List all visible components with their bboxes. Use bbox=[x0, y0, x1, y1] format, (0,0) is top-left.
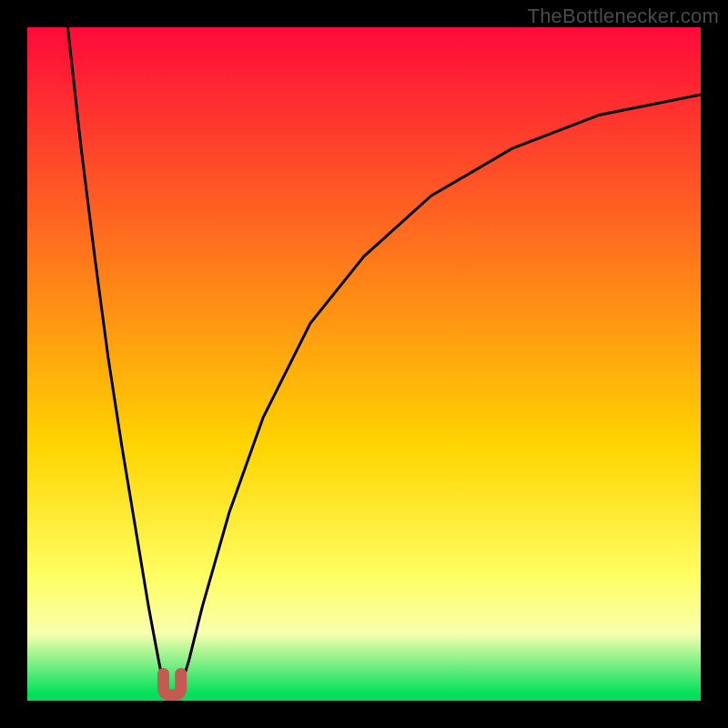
plot-area bbox=[27, 27, 701, 701]
attribution-text: TheBottlenecker.com bbox=[528, 5, 719, 28]
bottleneck-chart bbox=[27, 27, 701, 701]
outer-frame: TheBottlenecker.com bbox=[0, 0, 728, 728]
gradient-background bbox=[27, 27, 701, 701]
